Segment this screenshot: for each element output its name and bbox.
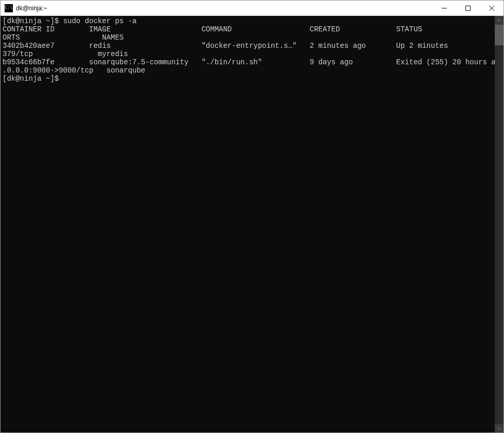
terminal-output[interactable]: [dk@ninja ~]$ sudo docker ps -aCONTAINER… — [1, 16, 495, 432]
chevron-up-icon — [497, 19, 501, 23]
prompt-line: [dk@ninja ~]$ — [3, 75, 495, 83]
table-row: .0.0.0:9000->9000/tcp sonarqube — [3, 66, 495, 75]
titlebar: C:\ dk@ninja:~ — [1, 1, 503, 16]
maximize-icon — [465, 6, 471, 11]
table-header-line1: CONTAINER ID IMAGE COMMAND CREATED STATU… — [3, 25, 495, 33]
chevron-down-icon — [497, 426, 501, 430]
window-controls — [432, 1, 503, 15]
table-row: 3402b420aee7 redis "docker-entrypoint.s…… — [3, 42, 495, 50]
terminal-icon: C:\ — [5, 4, 13, 12]
terminal-icon-text: C:\ — [5, 6, 12, 10]
command-text: sudo docker ps -a — [63, 17, 137, 25]
close-button[interactable] — [480, 1, 503, 15]
table-row: 379/tcp myredis — [3, 50, 495, 58]
scrollbar-thumb[interactable] — [495, 25, 503, 45]
table-header-line2: ORTS NAMES — [3, 33, 495, 42]
table-row: b9534c66b7fe sonarqube:7.5-community "./… — [3, 58, 495, 66]
minimize-button[interactable] — [432, 1, 456, 15]
minimize-icon — [442, 6, 447, 11]
content-area: [dk@ninja ~]$ sudo docker ps -aCONTAINER… — [1, 16, 503, 432]
vertical-scrollbar[interactable] — [495, 16, 503, 432]
window-title: dk@ninja:~ — [16, 5, 432, 12]
prompt: [dk@ninja ~]$ — [3, 75, 63, 83]
svg-rect-1 — [466, 6, 471, 10]
scrollbar-down-button[interactable] — [495, 424, 503, 432]
scrollbar-up-button[interactable] — [495, 16, 503, 25]
prompt-line: [dk@ninja ~]$ sudo docker ps -a — [3, 17, 495, 25]
maximize-button[interactable] — [456, 1, 480, 15]
prompt: [dk@ninja ~]$ — [3, 17, 63, 25]
close-icon — [489, 6, 494, 11]
